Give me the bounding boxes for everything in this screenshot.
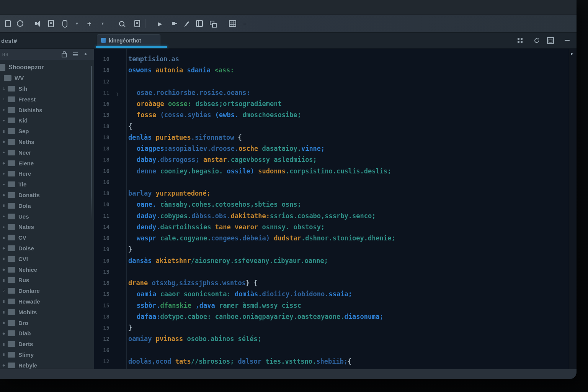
code-line[interactable]: 16 [94,345,569,356]
capsule-icon[interactable] [58,17,71,30]
code-line[interactable]: 10temptision.as [94,54,569,65]
code-line[interactable]: 12 [94,76,569,87]
code-line[interactable]: 18oiagpes:asopialiev.droose.osche dasata… [94,143,569,154]
tree-item[interactable]: ◆Doise [0,243,94,254]
code-line[interactable]: 12oamiay pvinass osobo.abinos sélés; [94,333,569,345]
tree-item[interactable]: LSih [0,83,94,94]
code-line[interactable]: 18oswons autonia sdania <ass: [94,65,569,76]
fold-arrow-icon[interactable]: ╮ [116,87,119,98]
code-line-text: dendy.dasrtoihssies tane vearor osnnsy. … [94,222,569,233]
tree-item[interactable]: ▮Hewade [0,296,94,307]
chevron-down-icon[interactable]: ▾ [70,17,83,30]
tree-item[interactable]: LFreest [0,94,94,105]
grid-dots-icon[interactable] [516,35,527,46]
code-token: dsbses;ortsogradiement [196,100,282,108]
chevron-down-icon[interactable]: ▾ [96,17,109,30]
code-line[interactable]: 10oane. cànsaby.cohes.cotosehos,sbties o… [94,199,569,210]
code-line-text: oamiay pvinass osobo.abinos sélés; [94,333,569,345]
line-number: 10 [99,54,109,65]
tree-item[interactable]: ▮Derts [0,339,94,350]
pen-icon[interactable] [180,17,193,30]
tree-item[interactable]: ▮Dola [0,200,94,211]
tree-item[interactable]: ▮Mohits [0,307,94,317]
code-line[interactable]: 18denlàs puriatues.sifonnatow { [94,132,569,143]
code-line[interactable]: 14dendy.dasrtoihssies tane vearor osnnsy… [94,222,569,233]
tree-item[interactable]: ▮Slimy [0,350,94,360]
tree-item[interactable]: ◆Donatts [0,190,94,201]
code-line[interactable]: 19} [94,244,569,255]
search-icon[interactable] [115,17,128,30]
code-line[interactable]: 16denne cooniey.begasio. ossile) sudonns… [94,166,569,177]
code-line[interactable]: 11╮osae.rochiorsbe.rosise.oeans: [94,87,569,98]
code-line[interactable]: 18dafaa:dotype.caboe: canboe.oniagpayari… [94,311,569,322]
code-line[interactable]: 18dabay.dbsrogoss; anstar.cagevbossy asl… [94,154,569,165]
code-line[interactable]: 12doolàs,ocod tats//sbrosios; dalsor tie… [94,356,569,367]
split-windows-icon[interactable] [206,17,219,30]
tree-item[interactable]: ●Here [0,168,94,179]
restore-window-icon[interactable] [545,35,556,46]
code-line[interactable]: 13fosse (cosse.sybies (ewbs. dmoschoesos… [94,109,569,121]
document-lines-icon[interactable] [44,17,57,30]
tree-item[interactable]: 7Donlare [0,286,94,296]
code-editor: 10temptision.as18oswons autonia sdania <… [94,49,577,369]
ide-window: ▾ + ▾ ▶ – dest# kinegéorthöt [0,0,577,379]
tree-item-marker-icon: ● [0,225,8,229]
new-document-icon[interactable] [1,17,14,30]
speaker-icon[interactable] [29,17,42,30]
tree-item[interactable]: ◆Neths [0,137,94,147]
list-icon[interactable] [71,50,80,59]
tree-item[interactable]: WV [0,73,94,83]
step-icon[interactable] [167,17,180,30]
tree-item[interactable]: ◆CV [0,232,94,243]
tree-item[interactable]: ●Nates [0,222,94,232]
lock-icon[interactable] [60,50,69,59]
code-line[interactable]: 11daday.cobypes.dàbss.obs.dakitathe:ssri… [94,211,569,222]
tree-item-marker-icon: ◆ [0,140,8,144]
editor-tab[interactable]: kinegéorthöt [97,34,160,46]
code-line[interactable]: 16waspr cale.cogyane.congees.dèbeia) dud… [94,233,569,244]
pin-dot-icon[interactable] [81,50,90,59]
refresh-icon[interactable] [531,35,542,46]
code-line[interactable]: 15oamia caaor soonicsonta: domiàs.dioiic… [94,289,569,300]
code-line-text: osae.rochiorsbe.rosise.oeans: [94,87,569,98]
code-line[interactable]: 13 [94,266,569,278]
tree-item[interactable]: ●Kid [0,115,94,126]
folder-icon [8,118,15,123]
code-line[interactable]: 16 [94,177,569,188]
code-line[interactable]: 10dansàs akietshnr/aiosneroy.ssfeveany.c… [94,255,569,266]
minimize-dash-icon[interactable] [561,35,573,46]
tree-item[interactable]: ●Ues [0,211,94,222]
panel-layout-icon[interactable] [193,17,206,30]
scroll-arrow-icon[interactable]: ▶ [571,52,573,56]
code-line[interactable]: 15ssbòr.dfanskie ,dava ramer àsmd.wssy c… [94,300,569,311]
tree-item[interactable]: ▮Rus [0,275,94,286]
code-line[interactable]: 18drane otsxbg,sizssjphss.wsntos} { [94,278,569,289]
sidebar-scrollbar[interactable] [91,66,92,219]
tree-item[interactable]: ●Dishishs [0,105,94,115]
active-tab-indicator [96,46,167,48]
tree-item[interactable]: ◆Diab [0,328,94,339]
add-icon[interactable]: + [83,17,96,30]
code-line[interactable]: 16oroàage oosse: dsbses;ortsogradiement [94,98,569,109]
tree-item[interactable]: ◆Eiene [0,158,94,168]
editor-scrollbar[interactable]: ▶ [569,49,577,369]
tree-item[interactable]: ◆Dro [0,317,94,328]
tree-item[interactable]: Shoooepzor [0,62,94,73]
code-line[interactable]: 18{ [94,121,569,132]
line-number: 18 [99,65,109,76]
tree-item[interactable]: ●Tie [0,179,94,190]
code-token: dakitathe: [231,212,270,220]
code-line[interactable]: 15} [94,322,569,333]
code-line-text: oane. cànsaby.cohes.cotosehos,sbties osn… [94,199,569,210]
run-icon[interactable]: ▶ [154,17,167,30]
tree-item[interactable]: ●Neer [0,147,94,158]
id-card-icon[interactable] [131,17,144,30]
table-grid-icon[interactable] [226,17,239,30]
tree-item[interactable]: ▮CVI [0,253,94,264]
tree-item[interactable]: ◆Nehice [0,264,94,275]
tree-item[interactable]: ▮Sep [0,126,94,137]
overflow-dash-icon[interactable]: – [238,17,251,30]
code-line[interactable]: 18barlay yurxpuntedoné; [94,188,569,199]
open-circle-icon[interactable] [13,17,26,30]
tree-item[interactable]: ◆Rebyle [0,360,94,369]
